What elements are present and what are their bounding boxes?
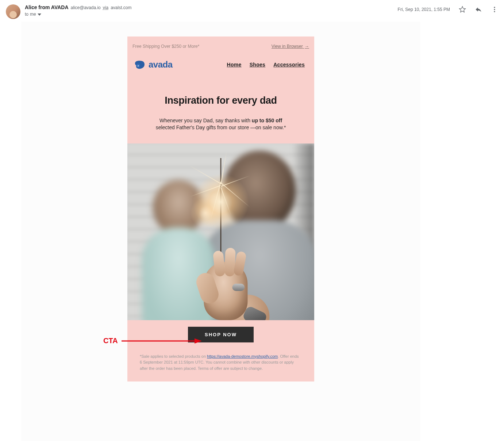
- email-header: a avada Home Shoes Accessories: [127, 54, 314, 74]
- cta-annotation: CTA: [103, 337, 202, 345]
- timestamp: Fri, Sep 10, 2021, 1:55 PM: [398, 7, 450, 12]
- sender-block: Alice from AVADA alice@avada.io via aval…: [25, 4, 398, 17]
- email-card: Free Shipping Over $250 or More* View in…: [127, 37, 314, 381]
- sender-email: alice@avada.io: [71, 5, 101, 10]
- headline: Inspiration for every dad: [127, 74, 314, 117]
- svg-point-1: [494, 9, 495, 10]
- email-topbar: Free Shipping Over $250 or More* View in…: [127, 37, 314, 54]
- annotation-label: CTA: [103, 337, 118, 345]
- brand-mark-icon: a: [133, 59, 146, 70]
- disclaimer-pre: *Sale applies to selected products on: [140, 354, 207, 358]
- arrow-right-icon: →: [305, 44, 309, 49]
- cta-row: SHOP NOW: [127, 320, 314, 350]
- nav-item-shoes[interactable]: Shoes: [250, 62, 266, 68]
- disclaimer: *Sale applies to selected products on ht…: [127, 350, 314, 382]
- to-target: me: [30, 12, 36, 17]
- subcopy: Whenever you say Dad, say thanks with up…: [127, 117, 314, 143]
- email-body: Free Shipping Over $250 or More* View in…: [21, 22, 420, 441]
- free-shipping-text: Free Shipping Over $250 or More*: [132, 44, 199, 49]
- subcopy-line1-bold: up to $50 off: [252, 118, 282, 123]
- star-icon[interactable]: [459, 6, 466, 13]
- disclaimer-link[interactable]: https://avada-demostore.myshopify.com: [207, 354, 278, 358]
- sender-name: Alice from AVADA: [25, 4, 69, 10]
- to-prefix: to: [25, 12, 28, 17]
- nav-item-accessories[interactable]: Accessories: [273, 62, 305, 68]
- recipient-line[interactable]: to me: [25, 12, 398, 17]
- header-actions: Fri, Sep 10, 2021, 1:55 PM: [398, 4, 498, 13]
- via-label: via: [103, 5, 108, 10]
- reply-icon[interactable]: [475, 6, 482, 13]
- email-nav: Home Shoes Accessories: [227, 62, 305, 68]
- nav-item-home[interactable]: Home: [227, 62, 242, 68]
- more-vert-icon[interactable]: [491, 6, 498, 13]
- brand-name: avada: [149, 60, 173, 70]
- svg-point-0: [494, 7, 495, 8]
- subcopy-line1-pre: Whenever you say Dad, say thanks with: [159, 118, 252, 123]
- annotation-arrow-icon: [122, 337, 202, 345]
- subcopy-line2: selected Father's Day gifts from our sto…: [156, 124, 286, 130]
- brand-logo[interactable]: a avada: [133, 59, 173, 70]
- svg-marker-6: [195, 338, 202, 344]
- via-host: avalst.com: [111, 5, 131, 10]
- chevron-down-icon[interactable]: [38, 12, 41, 17]
- avatar[interactable]: [6, 4, 20, 19]
- svg-point-2: [494, 11, 495, 12]
- gmail-header: Alice from AVADA alice@avada.io via aval…: [0, 0, 504, 22]
- view-browser-label: View in Browser: [272, 44, 303, 49]
- view-in-browser-link[interactable]: View in Browser →: [272, 44, 309, 49]
- hero-image: [127, 143, 314, 320]
